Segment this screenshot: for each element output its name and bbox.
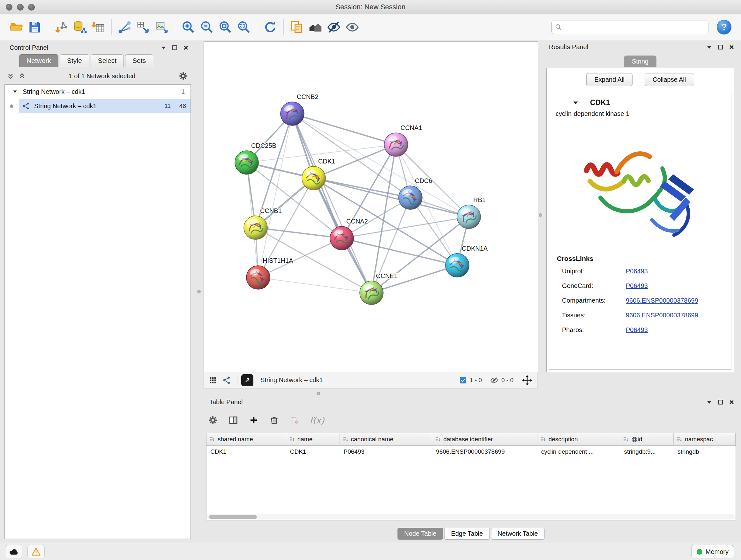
home-button[interactable] — [306, 17, 325, 37]
network-node-CCNB1[interactable]: CCNB1 — [244, 207, 282, 240]
network-node-CCNB2[interactable]: CCNB2 — [280, 93, 319, 125]
horizontal-splitter-grip[interactable] — [317, 392, 320, 395]
crosslink-value-link[interactable]: 9606.ENSP00000378699 — [626, 297, 698, 304]
pan-crosshair-button[interactable] — [522, 375, 533, 386]
crosslink-value-link[interactable]: P06493 — [626, 267, 648, 275]
network-collection-row[interactable]: String Network – cdk1 1 — [5, 84, 191, 99]
network-node-CDC6[interactable]: CDC6 — [399, 177, 432, 209]
vertical-splitter-grip[interactable] — [197, 290, 201, 294]
warnings-button[interactable] — [27, 545, 45, 558]
zoom-fit-button[interactable] — [216, 17, 234, 37]
table-row[interactable]: CDK1CDK1P064939606.ENSP00000378699cyclin… — [206, 446, 736, 458]
network-edge-CCNA2-CDKN1A[interactable] — [342, 238, 457, 265]
clear-table-button[interactable] — [290, 416, 299, 425]
collection-expander-icon[interactable] — [12, 89, 17, 94]
float-panel-icon[interactable] — [706, 399, 712, 405]
network-node-CCNE1[interactable]: CCNE1 — [360, 272, 398, 305]
show-columns-button[interactable] — [228, 415, 238, 425]
tab-select[interactable]: Select — [91, 54, 124, 67]
network-edge-CCNB1-CCNA2[interactable] — [256, 228, 342, 238]
column-header-description[interactable]: description — [537, 433, 620, 445]
expand-all-icon[interactable] — [18, 72, 25, 79]
close-panel-icon[interactable] — [729, 44, 735, 50]
tab-sets[interactable]: Sets — [125, 54, 153, 67]
create-column-button[interactable] — [249, 415, 259, 425]
network-options-gear-icon[interactable] — [179, 71, 188, 80]
table-settings-button[interactable] — [208, 415, 218, 425]
show-all-button[interactable] — [343, 17, 361, 37]
network-node-CCNA1[interactable]: CCNA1 — [384, 124, 422, 157]
tab-network[interactable]: Network — [19, 54, 58, 67]
gene-expander-icon[interactable] — [573, 100, 579, 106]
zoom-in-button[interactable] — [179, 17, 198, 37]
table-cell[interactable]: 9606.ENSP00000378699 — [432, 446, 537, 458]
hide-selected-button[interactable] — [325, 17, 343, 37]
grid-mode-button[interactable] — [208, 376, 217, 385]
import-network-file-button[interactable] — [52, 17, 71, 37]
help-button[interactable]: ? — [717, 20, 731, 35]
tab-network-table[interactable]: Network Table — [491, 528, 544, 540]
import-network-database-button[interactable] — [71, 17, 89, 37]
crosslink-value-link[interactable]: 9606.ENSP00000378699 — [626, 312, 698, 319]
zoom-selected-button[interactable] — [234, 17, 253, 37]
detach-view-button[interactable] — [241, 374, 253, 386]
column-header-canonical-name[interactable]: canonical name — [340, 433, 432, 445]
column-header-shared-name[interactable]: shared name — [206, 433, 286, 445]
function-builder-button[interactable]: f(x) — [310, 415, 324, 425]
maximize-panel-icon[interactable] — [718, 399, 724, 405]
column-header-name[interactable]: name — [286, 433, 340, 445]
network-node-RB1[interactable]: RB1 — [457, 196, 486, 229]
float-panel-icon[interactable] — [160, 45, 166, 51]
maximize-panel-icon[interactable] — [172, 45, 178, 51]
tab-edge-table[interactable]: Edge Table — [444, 528, 489, 540]
tab-node-table[interactable]: Node Table — [398, 528, 443, 540]
network-node-CDK1[interactable]: CDK1 — [302, 158, 335, 190]
new-network-from-selection-button[interactable] — [134, 17, 152, 37]
search-input[interactable] — [564, 23, 705, 31]
column-header--id[interactable]: @id — [620, 433, 674, 445]
network-overview-button[interactable] — [222, 376, 231, 385]
expand-all-button[interactable]: Expand All — [586, 73, 632, 86]
network-edge-CCNB2-HIST1H1A[interactable] — [258, 114, 292, 277]
save-session-button[interactable] — [25, 17, 44, 37]
network-node-CDKN1A[interactable]: CDKN1A — [446, 245, 488, 277]
column-header-namespac[interactable]: namespac — [674, 433, 736, 445]
network-canvas-svg[interactable]: CCNB2CCNA1CDC25BCDK1CDC6RB1CCNB1CCNA2CDK… — [204, 42, 538, 372]
collapse-all-button[interactable]: Collapse All — [645, 73, 694, 86]
table-cell[interactable]: CDK1 — [206, 446, 286, 458]
network-node-CDC25B[interactable]: CDC25B — [235, 142, 276, 174]
table-cell[interactable]: cyclin-dependent ... — [537, 446, 620, 458]
crosslink-value-link[interactable]: P06493 — [626, 282, 648, 290]
zoom-out-button[interactable] — [198, 17, 216, 37]
hidden-eye-slash-icon[interactable] — [490, 376, 498, 384]
tab-string[interactable]: String — [624, 56, 657, 67]
table-cell[interactable]: CDK1 — [286, 446, 340, 458]
network-edge-CCNB2-RB1[interactable] — [292, 114, 469, 217]
import-table-button[interactable] — [89, 17, 108, 37]
delete-column-button[interactable] — [269, 415, 279, 425]
network-canvas[interactable]: CCNB2CCNA1CDC25BCDK1CDC6RB1CCNB1CCNA2CDK… — [204, 42, 538, 372]
float-panel-icon[interactable] — [706, 44, 712, 50]
network-edge-CCNB2-CCNA1[interactable] — [292, 114, 396, 145]
table-cell[interactable]: stringdb — [674, 446, 736, 458]
scrollbar-thumb[interactable] — [209, 515, 257, 519]
close-panel-icon[interactable] — [729, 399, 735, 405]
cloud-status-button[interactable] — [5, 545, 22, 558]
close-panel-icon[interactable] — [183, 45, 189, 51]
export-image-button[interactable] — [152, 17, 171, 37]
network-edge-CCNB2-CCNE1[interactable] — [292, 114, 372, 293]
open-session-button[interactable] — [7, 17, 25, 37]
table-cell[interactable]: stringdb:9... — [620, 446, 674, 458]
vertical-splitter-grip[interactable] — [539, 213, 542, 217]
first-neighbors-button[interactable] — [116, 17, 134, 37]
tab-style[interactable]: Style — [60, 54, 89, 67]
crosslink-value-link[interactable]: P06493 — [626, 326, 648, 334]
memory-button[interactable]: Memory — [691, 545, 734, 558]
column-header-database-identifier[interactable]: database identifier — [432, 433, 537, 445]
network-edge-CCNE1-HIST1H1A[interactable] — [258, 277, 372, 293]
maximize-panel-icon[interactable] — [718, 44, 724, 50]
documents-button[interactable] — [287, 17, 306, 37]
apply-layout-button[interactable] — [261, 17, 280, 37]
selected-checkbox-icon[interactable] — [459, 376, 467, 384]
network-row[interactable]: String Network – cdk1 11 48 — [19, 99, 191, 113]
